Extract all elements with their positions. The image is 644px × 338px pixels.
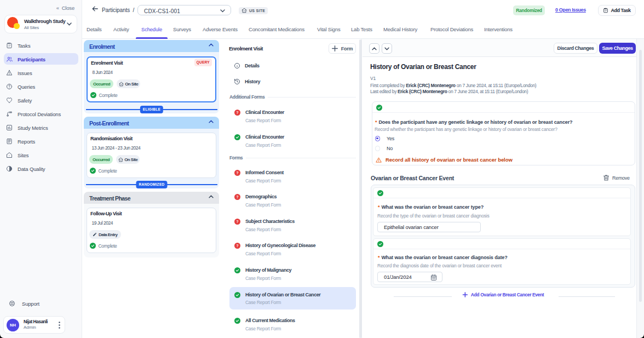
svg-text:?: ? [236,244,238,248]
svg-text:?: ? [236,171,238,175]
svg-text:?: ? [236,220,238,224]
svg-text:?: ? [236,195,238,199]
svg-text:?: ? [236,111,238,114]
